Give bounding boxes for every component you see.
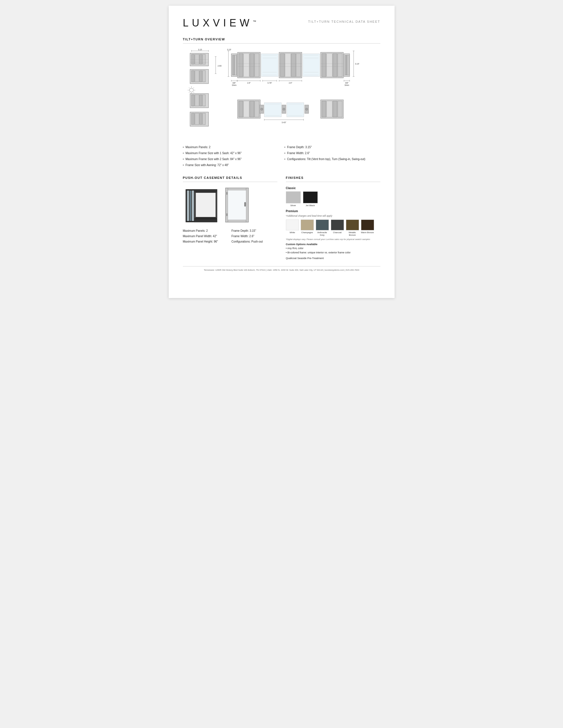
left-diagram: 3.15 2.60 (183, 48, 220, 140)
casement-section: PUSH-OUT CASEMENT DETAILS (183, 176, 277, 260)
casement-spec: Frame Depth: 3.15" (231, 229, 277, 233)
swatch-disclaimer: *Digital displays vary. Please consult y… (286, 238, 380, 241)
swatch-metallic-bronze: Metallic Bronze (346, 220, 359, 236)
svg-rect-108 (243, 101, 249, 117)
spec-item: • Maximum Frame Size with 1 Sash: 42" x … (183, 151, 279, 156)
svg-rect-135 (192, 191, 194, 221)
spec-item: • Maximum Panels: 2 (183, 145, 279, 150)
svg-rect-124 (322, 101, 326, 117)
svg-rect-30 (191, 95, 194, 106)
svg-text:3/8": 3/8" (345, 82, 349, 84)
custom-options-title: Custom Options Available (286, 242, 380, 246)
svg-rect-137 (194, 219, 217, 222)
svg-rect-76 (327, 53, 332, 77)
swatch-color-silver (286, 191, 301, 203)
svg-rect-32 (200, 95, 202, 106)
swatch-label-metallic-bronze: Metallic Bronze (346, 231, 359, 236)
svg-point-20 (189, 88, 193, 92)
svg-rect-149 (226, 214, 227, 216)
swatch-champagne: Champagne (301, 220, 314, 236)
svg-rect-66 (296, 53, 301, 77)
svg-rect-65 (291, 53, 296, 77)
swatch-color-charcoal (331, 220, 344, 230)
svg-text:3.15': 3.15' (227, 49, 231, 51)
svg-rect-53 (250, 53, 254, 77)
svg-rect-143 (225, 220, 248, 222)
svg-rect-48 (232, 55, 234, 75)
page-subtitle: TILT+TURN TECHNICAL DATA SHEET (308, 20, 380, 23)
swatch-label-jetblack: Jet Black (306, 204, 315, 207)
right-diagrams: 3.15' 3.15' (225, 48, 380, 127)
swatch-charcoal: Charcoal (331, 220, 344, 236)
svg-point-122 (306, 108, 308, 110)
svg-point-117 (283, 108, 285, 110)
swatch-label-champagne: Champagne (301, 231, 313, 234)
svg-rect-52 (243, 53, 249, 77)
svg-rect-63 (280, 53, 285, 77)
svg-line-28 (193, 92, 194, 93)
premium-sublabel: *Additional charges and lead time will a… (286, 214, 380, 217)
spec-item: • Configurations: Tilt (Vent from top), … (285, 157, 380, 162)
svg-rect-134 (190, 191, 191, 221)
svg-rect-10 (195, 54, 199, 64)
svg-rect-19 (202, 71, 205, 82)
svg-rect-82 (345, 55, 347, 75)
qualicoat-label: Qualicoat Seaside Pre-Treatment (286, 256, 380, 260)
page: LUXVIEW™ TILT+TURN TECHNICAL DATA SHEET … (169, 6, 395, 298)
swatch-label-silver: Silver (290, 204, 296, 207)
svg-rect-12 (202, 54, 205, 64)
finishes-title: FINISHES (286, 176, 380, 179)
svg-rect-38 (202, 113, 205, 125)
svg-text:3.78": 3.78" (267, 82, 272, 84)
svg-rect-11 (200, 54, 202, 64)
svg-text:Shim: Shim (232, 84, 236, 86)
swatch-jetblack: Jet Black (303, 191, 318, 207)
casement-specs: Maximum Panels: 2 Frame Depth: 3.15" Max… (183, 229, 277, 244)
casement-spec: Maximum Panel Height: 96" (183, 239, 229, 244)
svg-rect-127 (338, 101, 342, 117)
svg-rect-18 (200, 71, 202, 82)
svg-rect-64 (285, 53, 291, 77)
svg-rect-133 (187, 191, 189, 221)
svg-text:Shim: Shim (345, 84, 349, 86)
casement-cross-section (183, 187, 220, 225)
swatch-color-white (286, 220, 299, 230)
svg-point-112 (260, 108, 263, 110)
casement-spec: Maximum Panels: 2 (183, 229, 229, 233)
spec-item: • Frame Width: 2.6" (285, 151, 380, 156)
svg-rect-77 (333, 53, 337, 77)
casement-spec: Maximum Panel Width: 42" (183, 234, 229, 238)
svg-rect-69 (303, 54, 320, 76)
svg-line-25 (189, 88, 189, 88)
svg-rect-118 (287, 103, 304, 117)
svg-text:3.15: 3.15 (198, 49, 202, 51)
custom-options: Custom Options Available • Any RAL color… (286, 242, 380, 260)
svg-text:2.6": 2.6" (247, 82, 250, 84)
svg-rect-75 (322, 53, 326, 77)
swatch-anthracite: Anthracite Grey (316, 220, 329, 236)
casement-spec: Configurations: Push-out (231, 239, 277, 244)
casement-spec: Frame Width: 2.6" (231, 234, 277, 238)
svg-rect-78 (338, 53, 342, 77)
svg-rect-145 (246, 188, 248, 222)
svg-rect-57 (261, 54, 278, 76)
swatch-silver: Silver (286, 191, 301, 207)
svg-rect-126 (333, 101, 337, 117)
casement-images (183, 187, 277, 225)
swatch-color-anthracite (316, 220, 329, 230)
svg-rect-31 (195, 95, 199, 106)
casement-title: PUSH-OUT CASEMENT DETAILS (183, 176, 277, 179)
svg-rect-148 (226, 192, 227, 195)
footer: Tennessee: 12605 Old Hickory Blvd Suite … (183, 266, 380, 271)
svg-rect-109 (250, 101, 254, 117)
premium-label: Premium (286, 210, 380, 213)
swatch-color-jetblack (303, 191, 318, 203)
spec-item: • Frame Size with Awning: 72" x 48" (183, 163, 279, 167)
casement-door-image (223, 187, 251, 225)
logo: LUXVIEW™ (183, 17, 256, 29)
svg-rect-125 (327, 101, 332, 117)
svg-text:2.60: 2.60 (218, 65, 221, 67)
swatch-label-anthracite: Anthracite Grey (316, 231, 329, 236)
svg-text:3.15': 3.15' (355, 63, 359, 65)
overview-diagrams: 3.15 2.60 (183, 48, 380, 140)
